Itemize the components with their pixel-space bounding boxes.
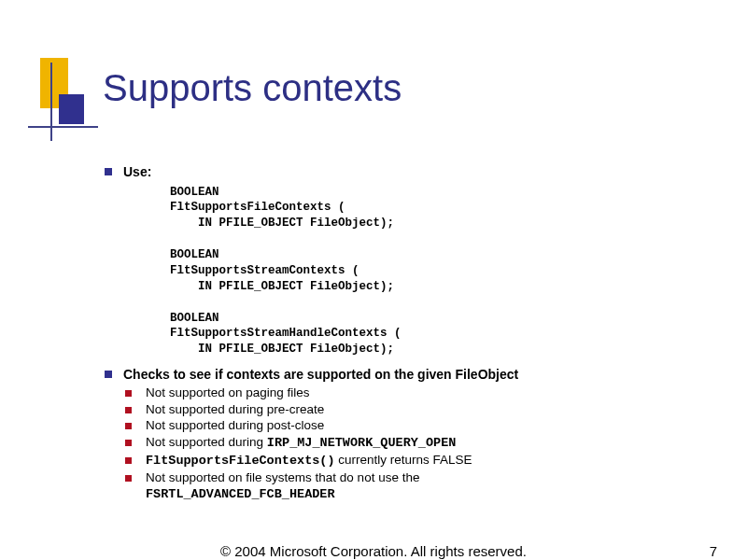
bullet-checks: Checks to see if contexts are supported … (105, 367, 702, 384)
code-inline: FSRTL_ADVANCED_FCB_HEADER (146, 487, 335, 501)
code-line: BOOLEAN (170, 186, 219, 199)
code-line: IN PFILE_OBJECT FileObject); (170, 217, 394, 230)
subbullet-precreate: Not supported during pre-create (125, 402, 702, 418)
code-line: FltSupportsStreamContexts ( (170, 264, 359, 277)
deco-horizontal-line (28, 126, 98, 128)
code-line: IN PFILE_OBJECT FileObject); (170, 343, 394, 356)
subbullet-fcb-header: Not supported on file systems that do no… (125, 470, 702, 503)
deco-vertical-line (50, 63, 52, 141)
subbullet-network-query-open: Not supported during IRP_MJ_NETWORK_QUER… (125, 435, 702, 452)
code-line: BOOLEAN (170, 248, 219, 261)
slide-decoration (28, 58, 103, 142)
subbullet-postclose: Not supported during post-close (125, 418, 702, 434)
bullet-use: Use: (105, 164, 702, 181)
subbullet-paging: Not supported on paging files (125, 385, 702, 401)
code-line: IN PFILE_OBJECT FileObject); (170, 280, 394, 293)
code-line: FltSupportsStreamHandleContexts ( (170, 327, 402, 340)
footer-page-number: 7 (710, 543, 717, 559)
code-block: BOOLEAN FltSupportsFileContexts ( IN PFI… (170, 185, 702, 358)
bullet-use-label: Use: (123, 164, 151, 179)
slide-title: Supports contexts (103, 67, 402, 109)
bullet-checks-label: Checks to see if contexts are supported … (123, 367, 518, 382)
subbullet-text: Not supported during post-close (146, 418, 324, 432)
subbullet-text: currently returns FALSE (335, 453, 472, 467)
subbullet-text: Not supported during (146, 435, 267, 449)
deco-navy-rect (59, 94, 84, 124)
footer-copyright: © 2004 Microsoft Corporation. All rights… (0, 543, 747, 559)
code-inline: FltSupportsFileContexts() (146, 454, 335, 468)
subbullet-text: Not supported on file systems that do no… (146, 470, 419, 484)
code-line: BOOLEAN (170, 312, 219, 325)
slide-body: Use: BOOLEAN FltSupportsFileContexts ( I… (105, 164, 702, 504)
subbullet-returns-false: FltSupportsFileContexts() currently retu… (125, 453, 702, 469)
subbullet-text: Not supported on paging files (146, 385, 310, 399)
code-inline: IRP_MJ_NETWORK_QUERY_OPEN (267, 436, 457, 450)
subbullet-text: Not supported during pre-create (146, 402, 324, 416)
code-line: FltSupportsFileContexts ( (170, 201, 345, 214)
